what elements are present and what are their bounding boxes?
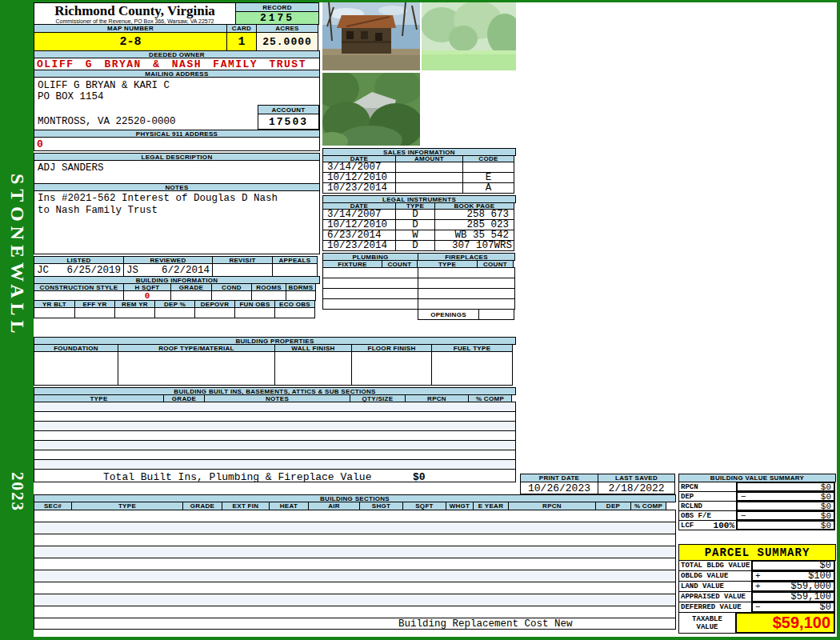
physical-address-value: 0 xyxy=(34,137,320,151)
bs-row xyxy=(34,570,676,582)
reviewed-by: JS xyxy=(126,265,138,276)
taxable-value-box: $59,100 xyxy=(735,612,835,634)
sales-row-1: 3/14/2007 xyxy=(322,162,516,173)
instrument-row-1: 3/14/2007 D 258 673 xyxy=(322,209,516,220)
county-header-box: Richmond County, Virginia Commissioner o… xyxy=(34,2,236,25)
bs-row xyxy=(34,606,676,618)
account-label: ACCOUNT xyxy=(258,106,318,114)
bvs-label: RCLND xyxy=(681,502,702,510)
bvs-value: $0 xyxy=(821,502,834,511)
tax-year-label: 2023 xyxy=(0,460,34,524)
building-properties-section: BUILDING PROPERTIES FOUNDATION ROOF TYPE… xyxy=(34,337,516,482)
account-value: 17503 xyxy=(258,114,318,129)
last-saved-value: 2/18/2022 xyxy=(598,482,675,494)
property-photo-3[interactable] xyxy=(322,73,420,146)
owner-info-section: Richmond County, Virginia Commissioner o… xyxy=(34,2,320,318)
openings-label: OPENINGS xyxy=(418,309,479,320)
instrument-row-3: 6/23/2014 W WB 35 542 xyxy=(322,230,516,241)
bvs-label: OBS F/E xyxy=(681,512,711,520)
acres-value: 25.0000 xyxy=(256,32,318,51)
eco-obs-value xyxy=(274,307,315,318)
notes-box: Ins #2021-562 Interest of Douglas D Nash… xyxy=(34,190,320,254)
listed-by: JC xyxy=(37,265,49,276)
bs-row xyxy=(34,582,676,594)
record-box: RECORD 2175 xyxy=(235,2,319,25)
mailing-line-1: OLIFF G BRYAN & KARI C xyxy=(38,80,170,91)
bvs-sign: − xyxy=(738,511,746,521)
county-title: Richmond County, Virginia xyxy=(54,4,215,18)
eff-yr-value xyxy=(74,307,115,318)
plumbing-row xyxy=(322,288,516,299)
photo-overgrown-structure xyxy=(322,73,420,146)
depovr-value xyxy=(194,307,235,318)
ps-value: $59,100 xyxy=(791,591,834,602)
built-ins-total-row: Total Built Ins, Plumbing & Fireplace Va… xyxy=(34,469,516,482)
bvs-value: $0 xyxy=(821,521,834,530)
parcel-summary: PARCEL SUMMARY TOTAL BLDG VALUE $0 OBLDG… xyxy=(678,544,836,634)
instr-bookpage: 258 673 xyxy=(434,209,514,220)
record-label: RECORD xyxy=(236,3,318,12)
parcel-summary-title: PARCEL SUMMARY xyxy=(678,544,836,561)
bvs-pct: 100% xyxy=(714,521,736,530)
property-photo-2[interactable] xyxy=(422,2,516,70)
bs-row xyxy=(34,558,676,570)
ps-row-land: LAND VALUE + $59,000 xyxy=(678,581,836,592)
ps-sign: − xyxy=(753,602,761,612)
property-photo-1[interactable] xyxy=(322,2,420,70)
bvs-sign: − xyxy=(738,492,746,502)
ps-label: TOTAL BLDG VALUE xyxy=(678,560,752,571)
openings-spacer xyxy=(322,309,418,320)
print-date-value: 10/26/2023 xyxy=(520,482,598,494)
bs-row xyxy=(34,534,676,546)
dep-pct-value xyxy=(154,307,195,318)
instr-type: D xyxy=(395,219,435,230)
card-value: 1 xyxy=(226,32,257,51)
account-box: ACCOUNT 17503 xyxy=(258,105,319,130)
floor-finish-value xyxy=(351,351,432,386)
fun-obs-value xyxy=(234,307,275,318)
sales-row-3: 10/23/2014 A xyxy=(322,182,516,194)
sales-code: A xyxy=(462,182,514,194)
bs-row xyxy=(34,522,676,534)
mailing-address-box: OLIFF G BRYAN & KARI C PO BOX 1154 MONTR… xyxy=(34,77,320,130)
sales-code xyxy=(462,162,514,173)
ps-label: APPRAISED VALUE xyxy=(678,591,752,602)
notes-line-2: to Nash Family Trust xyxy=(38,205,316,217)
instrument-row-2: 10/12/2010 D 285 023 xyxy=(322,219,516,230)
openings-value xyxy=(478,309,514,320)
instr-bookpage: 307 107WRS xyxy=(434,240,514,251)
listed-value: JC 6/25/2019 xyxy=(34,263,124,277)
built-ins-total-value: $0 xyxy=(413,471,426,483)
building-sections-table: BUILDING SECTIONS SEC# TYPE GRADE EXT FI… xyxy=(34,494,676,630)
bvs-value: $0 xyxy=(821,482,834,492)
instr-type: D xyxy=(395,240,435,251)
map-number-value: 2-8 xyxy=(34,32,227,51)
sales-date: 3/14/2007 xyxy=(322,162,396,173)
replacement-cost-label: Building Replacement Cost New xyxy=(34,618,573,630)
ps-sign: + xyxy=(753,582,761,591)
bvs-value: $0 xyxy=(821,511,834,521)
revisit-value xyxy=(212,263,273,277)
photo-field-trees xyxy=(422,2,516,70)
county-subtitle: Commissioner of the Revenue, PO Box 366,… xyxy=(55,18,214,24)
sales-row-2: 10/12/2010 E xyxy=(322,172,516,183)
district-label: STONEWALL xyxy=(0,120,34,392)
ps-row-total-bldg: TOTAL BLDG VALUE $0 xyxy=(678,560,836,571)
bs-footer-row: Building Replacement Cost New xyxy=(34,618,676,630)
plumbing-row xyxy=(322,278,516,289)
reviewed-date: 6/2/2014 xyxy=(162,265,210,276)
ps-label: DEFERRED VALUE xyxy=(678,602,752,613)
taxable-value-label: TAXABLE VALUE xyxy=(678,612,736,634)
legal-description-box: ADJ SANDERS xyxy=(34,160,320,184)
ps-row-appraised: APPRAISED VALUE $59,100 xyxy=(678,591,836,602)
print-save-section: PRINT DATE LAST SAVED 10/26/2023 2/18/20… xyxy=(520,474,676,494)
ps-value: $100 xyxy=(808,570,834,582)
mailing-line-3: MONTROSS, VA 22520-0000 xyxy=(38,116,176,127)
notes-line-1: Ins #2021-562 Interest of Douglas D Nash xyxy=(38,193,316,205)
ps-value: $0 xyxy=(820,560,834,571)
fuel-type-value xyxy=(431,351,513,386)
sales-date: 10/23/2014 xyxy=(322,182,396,194)
legal-description-value: ADJ SANDERS xyxy=(38,162,104,174)
ps-label: OBLDG VALUE xyxy=(678,570,752,582)
bs-row xyxy=(34,594,676,606)
